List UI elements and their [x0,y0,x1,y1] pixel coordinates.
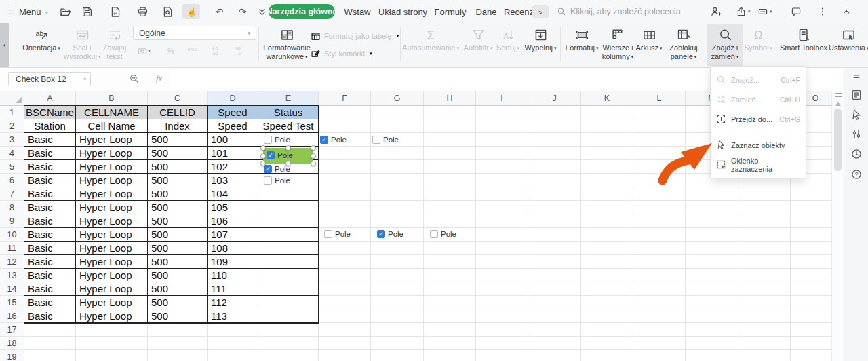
cell-D16[interactable]: 113 [208,309,258,323]
cell-M19[interactable] [686,350,738,361]
row-header-14[interactable]: 14 [0,282,24,296]
cell-F9[interactable] [319,214,371,228]
cell-I15[interactable] [476,296,528,309]
row-header-5[interactable]: 5 [0,160,24,174]
row-header-11[interactable]: 11 [0,242,24,255]
row-header-15[interactable]: 15 [0,296,24,309]
cell-L15[interactable] [633,296,686,309]
cell-E13[interactable] [258,269,319,282]
cell-I4[interactable] [476,147,528,160]
cell-K4[interactable] [581,147,633,160]
cell-D1[interactable]: Speed [208,106,258,119]
selection-handle[interactable] [311,161,316,166]
cell-B9[interactable]: Hyper Loop [76,214,148,228]
cell-J2[interactable] [528,119,581,133]
cell-I16[interactable] [476,309,528,323]
cell-K6[interactable] [581,174,633,187]
row-header-18[interactable]: 18 [0,337,24,350]
cell-L17[interactable] [633,323,686,337]
cell-N9[interactable] [738,214,791,228]
command-search[interactable]: Kliknij, aby znaleźć polecenia [557,0,681,23]
cell-K16[interactable] [581,309,633,323]
checkbox-box-icon[interactable] [264,176,272,185]
cell-H13[interactable] [424,269,476,282]
selection-handle[interactable] [285,145,291,151]
cell-O14[interactable] [791,282,831,296]
main-menu-button[interactable]: Menu ⌄ [7,0,49,23]
cell-H3[interactable] [424,133,476,147]
ribbon-settings-button[interactable]: Ustawienia▾ [829,24,868,66]
cell-J13[interactable] [528,269,581,282]
cell-G11[interactable] [371,242,424,255]
row-header-17[interactable]: 17 [0,323,24,337]
more-options-button[interactable] [817,3,828,20]
cell-G15[interactable] [371,296,424,309]
cell-A8[interactable]: Basic [24,201,76,214]
cell-C4[interactable]: 500 [148,147,208,160]
cell-C12[interactable]: 500 [148,255,208,269]
checkbox-box-icon[interactable] [430,230,438,238]
tab-dane[interactable]: Dane [471,0,502,23]
cell-K5[interactable] [581,160,633,174]
cell-L4[interactable] [633,147,686,160]
cell-F14[interactable] [319,282,371,296]
cell-L19[interactable] [633,350,686,361]
cell-G8[interactable] [371,201,424,214]
cell-K2[interactable] [581,119,633,133]
cell-M12[interactable] [686,255,738,269]
cell-L8[interactable] [633,201,686,214]
cell-A5[interactable]: Basic [24,160,76,174]
cell-B16[interactable]: Hyper Loop [76,309,148,323]
tab-recenz[interactable]: Recenz [503,0,534,23]
cell-L12[interactable] [633,255,686,269]
cell-J5[interactable] [528,160,581,174]
cell-K19[interactable] [581,350,633,361]
cell-F11[interactable] [319,242,371,255]
cell-B3[interactable]: Hyper Loop [76,133,148,147]
cell-O7[interactable] [791,187,831,201]
cell-I7[interactable] [476,187,528,201]
cell-D8[interactable]: 105 [208,201,258,214]
cell-N11[interactable] [738,242,791,255]
tab-wstaw[interactable]: Wstaw [341,0,374,23]
cell-H4[interactable] [424,147,476,160]
row-header-1[interactable]: 1 [0,106,24,119]
cell-J8[interactable] [528,201,581,214]
cell-N16[interactable] [738,309,791,323]
cell-B2[interactable]: Cell Name [76,119,148,133]
cell-N10[interactable] [738,228,791,242]
ribbon-merge-center-button[interactable]: Scal iwyśrodkuj▾ [64,24,100,66]
cell-L10[interactable] [633,228,686,242]
cell-I11[interactable] [476,242,528,255]
cell-G2[interactable] [371,119,424,133]
selection-handle[interactable] [285,161,291,166]
cell-L11[interactable] [633,242,686,255]
checkbox-box-icon[interactable]: ✓ [320,136,328,144]
cell-B17[interactable] [76,323,148,337]
cell-F17[interactable] [319,323,371,337]
cell-E8[interactable] [258,201,319,214]
cell-L5[interactable] [633,160,686,174]
ribbon-format-button[interactable]: Formatuj▾ [563,24,601,66]
cell-L7[interactable] [633,187,686,201]
cell-I5[interactable] [476,160,528,174]
column-header-K[interactable]: K [581,91,633,106]
column-header-I[interactable]: I [476,91,528,106]
menu-item-zamien[interactable]: ABZamień...Ctrl+H [711,90,806,109]
cell-A15[interactable]: Basic [24,296,76,309]
cell-J11[interactable] [528,242,581,255]
cell-D13[interactable]: 110 [208,269,258,282]
column-header-H[interactable]: H [424,91,476,106]
cell-C9[interactable]: 500 [148,214,208,228]
cell-H1[interactable] [424,106,476,119]
cell-H17[interactable] [424,323,476,337]
cell-H16[interactable] [424,309,476,323]
cell-M18[interactable] [686,337,738,350]
comment-button[interactable] [791,3,802,20]
cell-H15[interactable] [424,296,476,309]
column-header-C[interactable]: C [148,91,208,106]
cell-J1[interactable] [528,106,581,119]
open-file-button[interactable] [56,4,74,19]
cell-I3[interactable] [476,133,528,147]
cell-C8[interactable]: 500 [148,201,208,214]
